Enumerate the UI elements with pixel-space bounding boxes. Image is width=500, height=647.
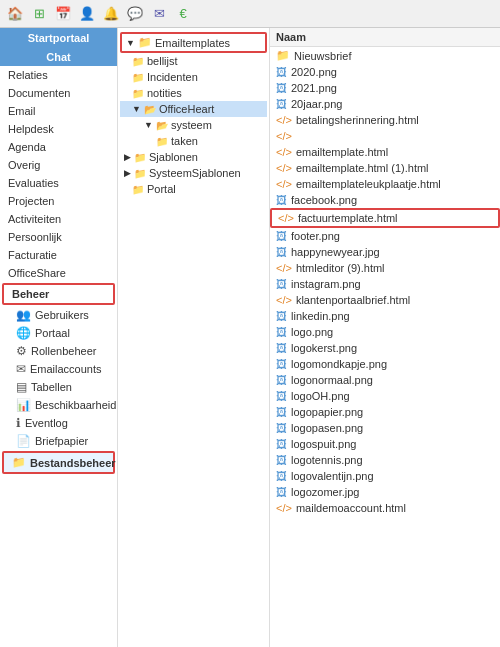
tree-item-officeheart[interactable]: ▼ 📂 OfficeHeart — [120, 101, 267, 117]
emailaccounts-icon: ✉ — [16, 362, 26, 376]
image-icon: 🖼 — [276, 82, 287, 94]
file-item-logopasen[interactable]: 🖼 logopasen.png — [270, 420, 500, 436]
file-item-htmleditor9[interactable]: </> htmleditor (9).html — [270, 260, 500, 276]
file-item-linkedin[interactable]: 🖼 linkedin.png — [270, 308, 500, 324]
image-icon: 🖼 — [276, 194, 287, 206]
file-item-logozomer[interactable]: 🖼 logozomer.jpg — [270, 484, 500, 500]
image-icon: 🖼 — [276, 470, 287, 482]
tree-item-incidenten[interactable]: 📁 Incidenten — [120, 69, 267, 85]
file-item-2020[interactable]: 🖼 2020.png — [270, 64, 500, 80]
euro-icon[interactable]: € — [172, 3, 194, 25]
image-icon: 🖼 — [276, 326, 287, 338]
sidebar-item-agenda[interactable]: Agenda — [0, 138, 117, 156]
image-icon: 🖼 — [276, 358, 287, 370]
file-item-emailtemplateleuk[interactable]: </> emailtemplateleukplaatje.html — [270, 176, 500, 192]
startportaal-button[interactable]: Startportaal — [0, 28, 117, 48]
portaal-icon: 🌐 — [16, 326, 31, 340]
sidebar-item-overig[interactable]: Overig — [0, 156, 117, 174]
sidebar-item-gebruikers[interactable]: 👥 Gebruikers — [0, 306, 117, 324]
grid-icon[interactable]: ⊞ — [28, 3, 50, 25]
sidebar-item-relaties[interactable]: Relaties — [0, 66, 117, 84]
main-area: Startportaal Chat Relaties Documenten Em… — [0, 28, 500, 647]
file-item-logo[interactable]: 🖼 logo.png — [270, 324, 500, 340]
tree-item-systeemsjablonen[interactable]: ▶ 📁 SysteemSjablonen — [120, 165, 267, 181]
file-item-emailtemplate[interactable]: </> emailtemplate.html — [270, 144, 500, 160]
folder-icon: 📁 — [138, 36, 152, 49]
tree-item-portal[interactable]: 📁 Portal — [120, 181, 267, 197]
arrow-down-icon: ▼ — [126, 38, 135, 48]
file-item-2021[interactable]: 🖼 2021.png — [270, 80, 500, 96]
image-icon: 🖼 — [276, 278, 287, 290]
html-icon: </> — [276, 262, 292, 274]
file-item-logovalentijn[interactable]: 🖼 logovalentijn.png — [270, 468, 500, 484]
sidebar-item-briefpapier[interactable]: 📄 Briefpapier — [0, 432, 117, 450]
image-icon: 🖼 — [276, 422, 287, 434]
file-item-maildemoaccount[interactable]: </> maildemoaccount.html — [270, 500, 500, 516]
sidebar-item-portaal[interactable]: 🌐 Portaal — [0, 324, 117, 342]
sidebar-item-officeshare[interactable]: OfficeShare — [0, 264, 117, 282]
sidebar-item-eventlog[interactable]: ℹ Eventlog — [0, 414, 117, 432]
file-item-factuurtemplate[interactable]: </> factuurtemplate.html — [270, 208, 500, 228]
sidebar-item-projecten[interactable]: Projecten — [0, 192, 117, 210]
file-item-footer[interactable]: 🖼 footer.png — [270, 228, 500, 244]
tree-item-notities[interactable]: 📁 notities — [120, 85, 267, 101]
file-item-logomondkapje[interactable]: 🖼 logomondkapje.png — [270, 356, 500, 372]
file-item-emailtemplate1[interactable]: </> emailtemplate.html (1).html — [270, 160, 500, 176]
folder-icon3: 📁 — [156, 136, 168, 147]
file-item-logokerst[interactable]: 🖼 logokerst.png — [270, 340, 500, 356]
chat-icon[interactable]: 💬 — [124, 3, 146, 25]
sidebar-item-evaluaties[interactable]: Evaluaties — [0, 174, 117, 192]
sidebar-item-facturatie[interactable]: Facturatie — [0, 246, 117, 264]
file-item-facebook[interactable]: 🖼 facebook.png — [270, 192, 500, 208]
top-bar: 🏠 ⊞ 📅 👤 🔔 💬 ✉ € — [0, 0, 500, 28]
arrow-down-icon3: ▼ — [144, 120, 153, 130]
folder-icon6: 📁 — [132, 184, 144, 195]
tree-item-bellijst[interactable]: 📁 bellijst — [120, 53, 267, 69]
file-item-empty[interactable]: </> — [270, 128, 500, 144]
calendar-icon[interactable]: 📅 — [52, 3, 74, 25]
file-item-logotennis[interactable]: 🖼 logotennis.png — [270, 452, 500, 468]
user-icon[interactable]: 👤 — [76, 3, 98, 25]
file-item-klantenportaalbrief[interactable]: </> klantenportaalbrief.html — [270, 292, 500, 308]
file-item-happynewyear[interactable]: 🖼 happynewyear.jpg — [270, 244, 500, 260]
sidebar-item-tabellen[interactable]: ▤ Tabellen — [0, 378, 117, 396]
tree-item-emailtemplates[interactable]: ▼ 📁 Emailtemplates — [120, 32, 267, 53]
file-item-logonormaal[interactable]: 🖼 logonormaal.png — [270, 372, 500, 388]
sidebar-item-activiteiten[interactable]: Activiteiten — [0, 210, 117, 228]
sidebar-item-email[interactable]: Email — [0, 102, 117, 120]
home-icon[interactable]: 🏠 — [4, 3, 26, 25]
file-item-logooh[interactable]: 🖼 logoOH.png — [270, 388, 500, 404]
chat-button[interactable]: Chat — [0, 48, 117, 66]
tree-item-systeem[interactable]: ▼ 📂 systeem — [120, 117, 267, 133]
beschikbaarheid-icon: 📊 — [16, 398, 31, 412]
html-icon: </> — [276, 502, 292, 514]
file-item-instagram[interactable]: 🖼 instagram.png — [270, 276, 500, 292]
tree-item-sjablonen[interactable]: ▶ 📁 Sjablonen — [120, 149, 267, 165]
folder-icon: 📁 — [276, 49, 290, 62]
file-item-betalingsherinnering[interactable]: </> betalingsherinnering.html — [270, 112, 500, 128]
sidebar-item-rollenbeheer[interactable]: ⚙ Rollenbeheer — [0, 342, 117, 360]
sidebar-item-emailaccounts[interactable]: ✉ Emailaccounts — [0, 360, 117, 378]
file-item-nieuwsbrief[interactable]: 📁 Nieuwsbrief — [270, 47, 500, 64]
html-icon: </> — [276, 146, 292, 158]
file-item-logospuit[interactable]: 🖼 logospuit.png — [270, 436, 500, 452]
sidebar-item-persoonlijk[interactable]: Persoonlijk — [0, 228, 117, 246]
arrow-down-icon2: ▼ — [132, 104, 141, 114]
bell-icon[interactable]: 🔔 — [100, 3, 122, 25]
sidebar-item-documenten[interactable]: Documenten — [0, 84, 117, 102]
image-icon: 🖼 — [276, 66, 287, 78]
folder-icon4: 📁 — [134, 152, 146, 163]
file-list-panel: Naam 📁 Nieuwsbrief 🖼 2020.png 🖼 2021.png… — [270, 28, 500, 647]
file-item-20jaar[interactable]: 🖼 20jaar.png — [270, 96, 500, 112]
bestandsbeheer-button[interactable]: 📁 Bestandsbeheer — [2, 451, 115, 474]
image-icon: 🖼 — [276, 390, 287, 402]
sidebar-item-helpdesk[interactable]: Helpdesk — [0, 120, 117, 138]
file-item-logopapier[interactable]: 🖼 logopapier.png — [270, 404, 500, 420]
folder-icon: 📁 — [132, 56, 144, 67]
folder-open-icon: 📂 — [144, 104, 156, 115]
sidebar-item-beschikbaarheid[interactable]: 📊 Beschikbaarheid — [0, 396, 117, 414]
mail-icon[interactable]: ✉ — [148, 3, 170, 25]
tree-item-taken[interactable]: 📁 taken — [120, 133, 267, 149]
beheer-section[interactable]: Beheer — [2, 283, 115, 305]
image-icon: 🖼 — [276, 374, 287, 386]
